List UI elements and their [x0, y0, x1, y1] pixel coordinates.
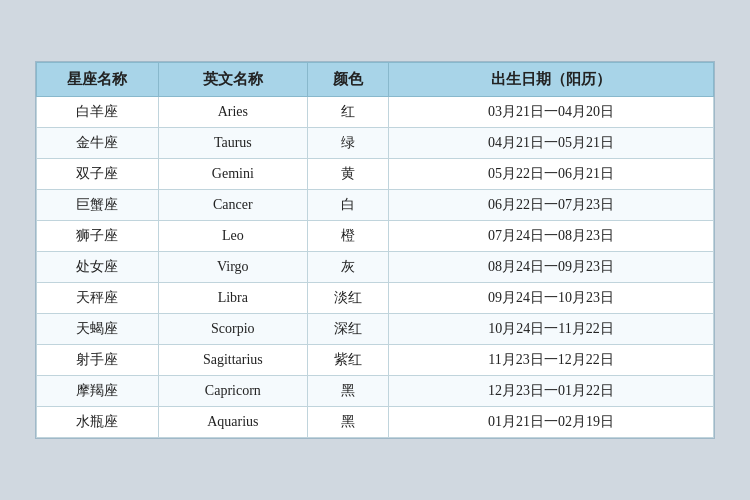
cell-english: Aries: [158, 97, 307, 128]
cell-date: 01月21日一02月19日: [389, 407, 714, 438]
table-row: 狮子座Leo橙07月24日一08月23日: [37, 221, 714, 252]
table-row: 巨蟹座Cancer白06月22日一07月23日: [37, 190, 714, 221]
cell-english: Capricorn: [158, 376, 307, 407]
cell-date: 10月24日一11月22日: [389, 314, 714, 345]
cell-color: 深红: [307, 314, 388, 345]
cell-color: 白: [307, 190, 388, 221]
table-row: 射手座Sagittarius紫红11月23日一12月22日: [37, 345, 714, 376]
table-header-row: 星座名称 英文名称 颜色 出生日期（阳历）: [37, 63, 714, 97]
zodiac-table: 星座名称 英文名称 颜色 出生日期（阳历） 白羊座Aries红03月21日一04…: [36, 62, 714, 438]
cell-color: 黑: [307, 407, 388, 438]
cell-color: 橙: [307, 221, 388, 252]
cell-chinese: 射手座: [37, 345, 159, 376]
cell-date: 05月22日一06月21日: [389, 159, 714, 190]
cell-chinese: 狮子座: [37, 221, 159, 252]
table-row: 天蝎座Scorpio深红10月24日一11月22日: [37, 314, 714, 345]
cell-date: 06月22日一07月23日: [389, 190, 714, 221]
cell-english: Libra: [158, 283, 307, 314]
table-row: 处女座Virgo灰08月24日一09月23日: [37, 252, 714, 283]
cell-english: Virgo: [158, 252, 307, 283]
cell-date: 08月24日一09月23日: [389, 252, 714, 283]
cell-chinese: 金牛座: [37, 128, 159, 159]
table-body: 白羊座Aries红03月21日一04月20日金牛座Taurus绿04月21日一0…: [37, 97, 714, 438]
cell-color: 黑: [307, 376, 388, 407]
cell-date: 07月24日一08月23日: [389, 221, 714, 252]
table-row: 双子座Gemini黄05月22日一06月21日: [37, 159, 714, 190]
cell-color: 淡红: [307, 283, 388, 314]
cell-chinese: 巨蟹座: [37, 190, 159, 221]
cell-chinese: 天蝎座: [37, 314, 159, 345]
cell-chinese: 水瓶座: [37, 407, 159, 438]
cell-color: 紫红: [307, 345, 388, 376]
cell-chinese: 白羊座: [37, 97, 159, 128]
cell-english: Sagittarius: [158, 345, 307, 376]
cell-date: 11月23日一12月22日: [389, 345, 714, 376]
cell-date: 04月21日一05月21日: [389, 128, 714, 159]
header-chinese: 星座名称: [37, 63, 159, 97]
table-row: 金牛座Taurus绿04月21日一05月21日: [37, 128, 714, 159]
zodiac-table-container: 星座名称 英文名称 颜色 出生日期（阳历） 白羊座Aries红03月21日一04…: [35, 61, 715, 439]
cell-chinese: 天秤座: [37, 283, 159, 314]
cell-date: 12月23日一01月22日: [389, 376, 714, 407]
cell-color: 红: [307, 97, 388, 128]
cell-date: 09月24日一10月23日: [389, 283, 714, 314]
cell-english: Aquarius: [158, 407, 307, 438]
header-color: 颜色: [307, 63, 388, 97]
header-date: 出生日期（阳历）: [389, 63, 714, 97]
cell-english: Scorpio: [158, 314, 307, 345]
cell-color: 灰: [307, 252, 388, 283]
cell-color: 绿: [307, 128, 388, 159]
cell-chinese: 摩羯座: [37, 376, 159, 407]
cell-english: Taurus: [158, 128, 307, 159]
cell-english: Gemini: [158, 159, 307, 190]
header-english: 英文名称: [158, 63, 307, 97]
cell-date: 03月21日一04月20日: [389, 97, 714, 128]
table-row: 白羊座Aries红03月21日一04月20日: [37, 97, 714, 128]
cell-chinese: 处女座: [37, 252, 159, 283]
table-row: 摩羯座Capricorn黑12月23日一01月22日: [37, 376, 714, 407]
cell-color: 黄: [307, 159, 388, 190]
cell-chinese: 双子座: [37, 159, 159, 190]
cell-english: Cancer: [158, 190, 307, 221]
table-row: 水瓶座Aquarius黑01月21日一02月19日: [37, 407, 714, 438]
table-row: 天秤座Libra淡红09月24日一10月23日: [37, 283, 714, 314]
cell-english: Leo: [158, 221, 307, 252]
